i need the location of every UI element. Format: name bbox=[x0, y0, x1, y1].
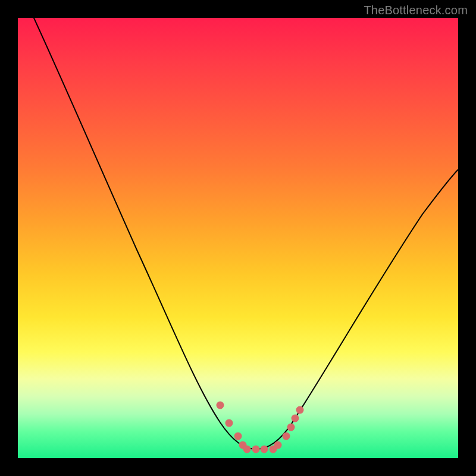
marker-dot bbox=[252, 446, 260, 453]
marker-dot bbox=[226, 419, 233, 427]
chart-svg bbox=[18, 18, 458, 458]
watermark-text: TheBottleneck.com bbox=[364, 4, 468, 17]
chart-frame: TheBottleneck.com bbox=[0, 0, 476, 476]
marker-dot bbox=[274, 441, 282, 449]
plot-area bbox=[18, 18, 458, 458]
marker-group bbox=[217, 402, 304, 453]
marker-dot bbox=[296, 406, 304, 414]
marker-dot bbox=[287, 424, 295, 431]
chart-line bbox=[26, 18, 458, 449]
marker-dot bbox=[234, 433, 242, 440]
marker-dot bbox=[292, 415, 299, 422]
marker-dot bbox=[243, 446, 251, 453]
marker-dot bbox=[283, 433, 290, 440]
marker-dot bbox=[217, 402, 224, 409]
marker-dot bbox=[261, 446, 268, 453]
